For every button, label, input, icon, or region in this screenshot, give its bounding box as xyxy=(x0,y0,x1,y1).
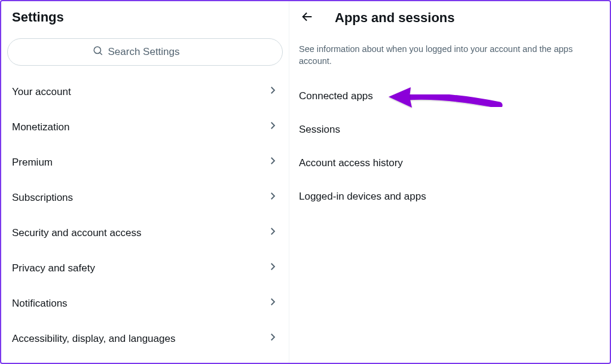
menu-item-label: Monetization xyxy=(12,121,69,133)
svg-line-1 xyxy=(100,53,102,55)
svg-point-0 xyxy=(94,47,100,53)
arrow-left-icon xyxy=(301,10,314,26)
menu-item-label: Subscriptions xyxy=(12,192,73,204)
menu-item-accessibility-display-languages[interactable]: Accessibility, display, and languages xyxy=(1,321,289,356)
detail-description: See information about when you logged in… xyxy=(289,35,610,79)
menu-item-notifications[interactable]: Notifications xyxy=(1,286,289,321)
chevron-right-icon xyxy=(267,191,278,204)
back-button[interactable] xyxy=(297,7,318,29)
menu-item-label: Your account xyxy=(12,86,71,98)
menu-item-subscriptions[interactable]: Subscriptions xyxy=(1,180,289,215)
search-icon xyxy=(93,45,103,59)
chevron-right-icon xyxy=(267,332,278,345)
detail-item-label: Logged-in devices and apps xyxy=(299,191,426,202)
menu-item-label: Privacy and safety xyxy=(12,262,95,274)
menu-item-label: Premium xyxy=(12,157,53,169)
chevron-right-icon xyxy=(267,226,278,240)
menu-item-security-account-access[interactable]: Security and account access xyxy=(1,215,289,250)
settings-title: Settings xyxy=(12,10,278,25)
detail-item-label: Sessions xyxy=(299,124,340,135)
menu-item-privacy-safety[interactable]: Privacy and safety xyxy=(1,250,289,286)
search-settings-input[interactable] xyxy=(108,46,198,58)
chevron-right-icon xyxy=(267,261,278,275)
chevron-right-icon xyxy=(267,296,278,310)
detail-menu: Connected apps Sessions Account access h… xyxy=(289,79,610,213)
settings-menu: Your account Monetization Premium Subscr… xyxy=(1,74,289,356)
detail-item-sessions[interactable]: Sessions xyxy=(289,113,610,146)
chevron-right-icon xyxy=(267,120,278,134)
menu-item-premium[interactable]: Premium xyxy=(1,145,289,180)
menu-item-label: Security and account access xyxy=(12,227,141,239)
menu-item-your-account[interactable]: Your account xyxy=(1,74,289,109)
chevron-right-icon xyxy=(267,85,278,99)
detail-item-logged-in-devices[interactable]: Logged-in devices and apps xyxy=(289,180,610,213)
detail-item-label: Account access history xyxy=(299,157,403,169)
detail-panel: Apps and sessions See information about … xyxy=(289,1,610,363)
detail-item-account-access-history[interactable]: Account access history xyxy=(289,146,610,180)
search-settings-box[interactable] xyxy=(7,38,283,66)
chevron-right-icon xyxy=(267,155,278,169)
detail-item-connected-apps[interactable]: Connected apps xyxy=(289,79,610,113)
detail-title: Apps and sessions xyxy=(335,10,455,26)
menu-item-monetization[interactable]: Monetization xyxy=(1,109,289,145)
detail-item-label: Connected apps xyxy=(299,90,373,102)
menu-item-label: Notifications xyxy=(12,298,68,310)
settings-sidebar: Settings Your account Mon xyxy=(1,1,289,363)
menu-item-label: Accessibility, display, and languages xyxy=(12,333,175,345)
